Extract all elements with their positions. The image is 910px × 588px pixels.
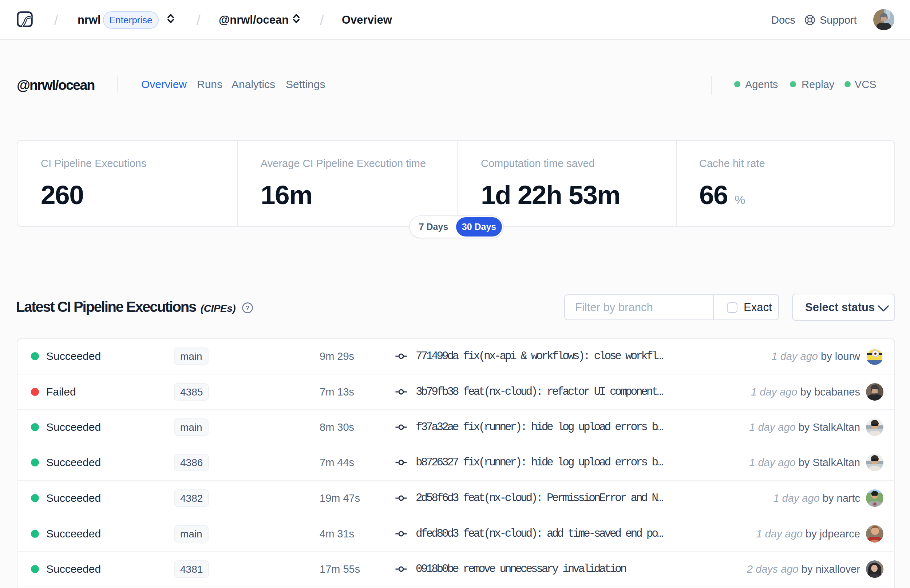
svg-text:?: ?: [245, 304, 250, 312]
